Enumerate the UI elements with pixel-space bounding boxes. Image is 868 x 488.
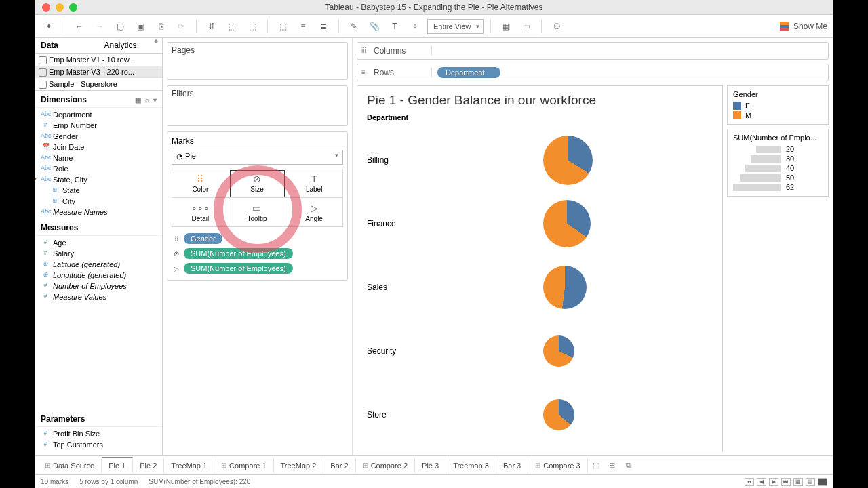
pie-mark[interactable] xyxy=(543,336,574,367)
pie-mark[interactable] xyxy=(543,136,593,185)
marks-pill[interactable]: SUM(Number of Employees) xyxy=(184,263,293,274)
columns-shelf[interactable]: iiiColumns xyxy=(357,42,829,60)
field-measure-values[interactable]: #Measure Values xyxy=(35,291,162,302)
nav-prev-button[interactable]: ◀ xyxy=(757,478,766,486)
marks-color-button[interactable]: ⠿Color xyxy=(172,169,229,198)
dept-row-finance[interactable]: Finance xyxy=(367,192,713,256)
datasource-item[interactable]: Emp Master V3 - 220 ro... xyxy=(35,66,162,78)
field-number-of-employees[interactable]: #Number of Employees xyxy=(35,281,162,291)
dept-row-sales[interactable]: Sales xyxy=(367,256,713,319)
new-story-tab[interactable]: ⧉ xyxy=(620,461,637,470)
viz-title[interactable]: Pie 1 - Gender Balance in our workforce xyxy=(367,93,713,108)
color-legend[interactable]: Gender FM xyxy=(727,85,829,125)
view-tab-button[interactable]: ▤ xyxy=(806,478,815,486)
field-profit-bin-size[interactable]: #Profit Bin Size xyxy=(35,428,162,439)
sheet-tab-treemap-2[interactable]: TreeMap 2 xyxy=(274,458,324,473)
datasource-item[interactable]: Emp Master V1 - 10 row... xyxy=(35,54,162,66)
size-legend[interactable]: SUM(Number of Emplo... 2030405062 xyxy=(727,129,829,197)
sort-asc-button[interactable]: ⬚ xyxy=(224,18,240,35)
pie-mark[interactable] xyxy=(543,266,587,309)
view-icon[interactable]: ▦ xyxy=(135,96,141,104)
showme-button[interactable]: Show Me xyxy=(780,22,827,31)
new-worksheet-tab[interactable]: ⬚ xyxy=(588,461,604,470)
marks-label-button[interactable]: TLabel xyxy=(285,169,342,198)
sheet-tab-bar-3[interactable]: Bar 3 xyxy=(496,458,528,473)
dept-row-security[interactable]: Security xyxy=(367,319,713,383)
marks-type-dropdown[interactable]: ◔ Pie xyxy=(172,150,343,165)
field-gender[interactable]: AbcGender xyxy=(35,131,162,142)
legend-item[interactable]: F xyxy=(733,101,823,110)
marks-detail-button[interactable]: ∘∘∘Detail xyxy=(172,198,229,226)
back-button[interactable]: ← xyxy=(71,18,87,35)
field-salary[interactable]: #Salary xyxy=(35,248,162,259)
view-grid-button[interactable]: ▦ xyxy=(793,478,803,486)
swap-button[interactable]: ⇵ xyxy=(203,18,220,35)
pie-mark[interactable] xyxy=(543,399,574,430)
new-datasource-button[interactable]: ▣ xyxy=(132,18,149,35)
field-longitude-generated-[interactable]: ⊕Longitude (generated) xyxy=(35,270,162,281)
rows-pill-department[interactable]: Department xyxy=(437,67,500,78)
view-full-button[interactable] xyxy=(818,478,827,486)
dept-row-store[interactable]: Store xyxy=(367,383,713,447)
fit-dropdown[interactable]: Entire View xyxy=(427,19,484,34)
nav-next-button[interactable]: ▶ xyxy=(769,478,778,486)
marks-pill[interactable]: Gender xyxy=(184,233,222,244)
sheet-tab-pie-3[interactable]: Pie 3 xyxy=(415,458,446,473)
marks-size-button[interactable]: ⊘Size xyxy=(229,169,286,198)
new-dashboard-tab[interactable]: ⊞ xyxy=(604,461,620,470)
dept-row-billing[interactable]: Billing xyxy=(367,128,713,192)
nav-first-button[interactable]: ⏮ xyxy=(745,478,754,486)
sheet-tab-pie-1[interactable]: Pie 1 xyxy=(102,457,133,473)
marks-pill[interactable]: SUM(Number of Employees) xyxy=(184,248,293,259)
rows-shelf[interactable]: ≡Rows Department xyxy=(357,64,829,81)
group-button[interactable]: ⬚ xyxy=(275,18,291,35)
sheet-tab-pie-2[interactable]: Pie 2 xyxy=(133,458,164,473)
field-state-city[interactable]: ▾AbcState, City xyxy=(35,174,162,185)
label-button[interactable]: T xyxy=(387,18,403,35)
field-top-customers[interactable]: #Top Customers xyxy=(35,439,162,450)
legend-item[interactable]: M xyxy=(733,110,823,120)
sort-desc-button[interactable]: ⬚ xyxy=(244,18,260,35)
search-icon[interactable]: ⌕ xyxy=(145,96,149,104)
sheet-tab-data-source[interactable]: ⊞Data Source xyxy=(38,458,102,473)
highlight-button[interactable]: ✎ xyxy=(346,18,362,35)
field-city[interactable]: ⊕City xyxy=(35,196,162,207)
save-button[interactable]: ▢ xyxy=(112,18,128,35)
presentation-button[interactable]: ▦ xyxy=(498,18,514,35)
sheet-tab-compare-3[interactable]: ⊞Compare 3 xyxy=(528,458,587,473)
totals-button[interactable]: ≡ xyxy=(295,18,311,35)
viz-canvas[interactable]: Pie 1 - Gender Balance in our workforce … xyxy=(357,85,723,451)
field-name[interactable]: AbcName xyxy=(35,152,162,163)
field-role[interactable]: AbcRole xyxy=(35,163,162,174)
clear-button[interactable]: ≣ xyxy=(315,18,332,35)
sheet-tab-bar-2[interactable]: Bar 2 xyxy=(323,458,355,473)
pie-mark[interactable] xyxy=(543,200,591,247)
forward-button[interactable]: → xyxy=(92,18,108,35)
sheet-tab-treemap-3[interactable]: Treemap 3 xyxy=(446,458,496,473)
field-emp-number[interactable]: #Emp Number xyxy=(35,120,162,131)
field-state[interactable]: ⊕State xyxy=(35,185,162,196)
filters-shelf[interactable]: Filters xyxy=(167,85,348,126)
pin-button[interactable]: 📎 xyxy=(366,18,382,35)
refresh-button[interactable]: ⟳ xyxy=(173,18,189,35)
data-tab[interactable]: Data xyxy=(35,38,99,53)
field-latitude-generated-[interactable]: ⊕Latitude (generated) xyxy=(35,259,162,270)
field-join-date[interactable]: 📅Join Date xyxy=(35,142,162,152)
field-age[interactable]: #Age xyxy=(35,237,162,248)
nav-last-button[interactable]: ⏭ xyxy=(781,478,791,486)
field-department[interactable]: AbcDepartment xyxy=(35,109,162,120)
sheet-tab-treemap-1[interactable]: TreeMap 1 xyxy=(164,458,214,473)
sheet-tab-compare-1[interactable]: ⊞Compare 1 xyxy=(214,458,273,473)
analytics-tab[interactable]: Analytics xyxy=(99,38,163,53)
tableau-logo-icon[interactable]: ✦ xyxy=(41,18,57,35)
tooltip-button[interactable]: ✧ xyxy=(407,18,423,35)
field-measure-names[interactable]: AbcMeasure Names xyxy=(35,207,162,218)
new-worksheet-button[interactable]: ⎘ xyxy=(153,18,169,35)
pages-shelf[interactable]: Pages xyxy=(167,42,348,80)
sheet-tab-compare-2[interactable]: ⊞Compare 2 xyxy=(356,458,415,473)
datasource-item[interactable]: Sample - Superstore xyxy=(35,78,162,90)
marks-tooltip-button[interactable]: ▭Tooltip xyxy=(229,198,286,226)
share-button[interactable]: ⚇ xyxy=(549,18,565,35)
dashboard-button[interactable]: ▭ xyxy=(518,18,534,35)
marks-angle-button[interactable]: ▷Angle xyxy=(285,198,342,226)
